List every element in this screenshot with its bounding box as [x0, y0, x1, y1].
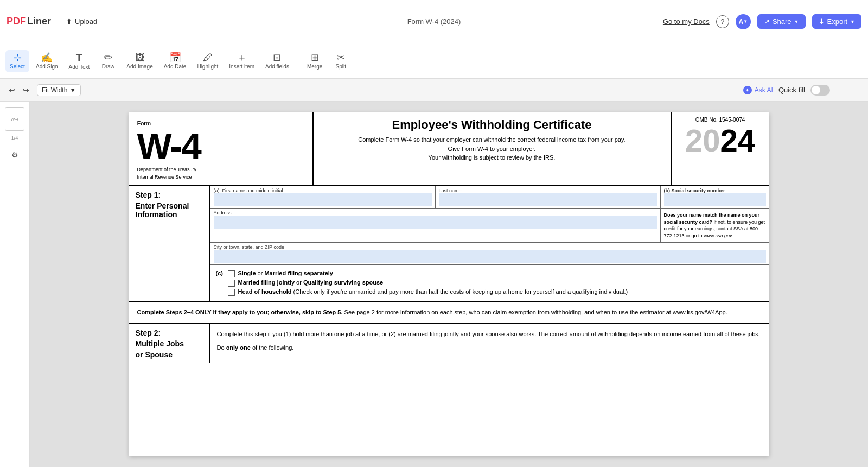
- address-label: Address: [214, 210, 657, 216]
- page-thumbnail-label: W-4: [11, 117, 19, 122]
- go-to-docs-link[interactable]: Go to my Docs: [663, 17, 710, 26]
- checkbox-married-jointly[interactable]: [228, 280, 235, 287]
- add-date-icon: 📅: [169, 53, 181, 62]
- address-cell: Address: [210, 209, 661, 242]
- checkbox2-text: Married filing jointly or Qualifying sur…: [238, 279, 384, 286]
- fname-input[interactable]: [214, 193, 432, 206]
- step1-title: Enter Personal Information: [136, 201, 203, 219]
- top-bar: PDFLiner ⬆ Upload Form W-4 (2024) Go to …: [0, 0, 868, 43]
- avatar-label: A: [739, 18, 744, 26]
- tool-add-text[interactable]: T Add Text: [65, 49, 94, 73]
- year-24: 24: [720, 123, 756, 158]
- tool-add-sign[interactable]: ✍ Add Sign: [31, 50, 62, 72]
- toolbar-separator: [298, 51, 298, 71]
- dept-line1: Department of the Treasury: [137, 167, 304, 172]
- undo-button[interactable]: ↩: [5, 84, 18, 97]
- step2-title-1: Multiple Jobs: [136, 339, 203, 348]
- export-button[interactable]: ⬇ Export ▼: [812, 14, 862, 29]
- export-chevron-icon: ▼: [850, 19, 855, 24]
- tool-insert-item[interactable]: ＋ Insert item: [225, 50, 259, 72]
- checkbox-single[interactable]: [228, 270, 235, 277]
- tool-add-date[interactable]: 📅 Add Date: [159, 50, 191, 72]
- form-subtitle-3: Your withholding is subject to review by…: [322, 153, 662, 162]
- main-content: Form W-4 Department of the Treasury Inte…: [30, 102, 868, 467]
- form-subtitle-1: Complete Form W-4 so that your employer …: [322, 135, 662, 144]
- name-row: (a) First name and middle initial Last n…: [210, 186, 769, 209]
- toolbar2: ↩ ↪ Fit Width ▼ ✦ Ask AI Quick fill: [0, 79, 868, 102]
- lname-label: Last name: [439, 188, 657, 193]
- select-icon: ⊹: [14, 53, 22, 62]
- step1-section: Step 1: Enter Personal Information (a) F…: [129, 186, 769, 301]
- add-image-icon: 🖼: [135, 53, 145, 62]
- tool-draw[interactable]: ✏ Draw: [96, 50, 120, 72]
- checkbox3-text: Head of household (Check only if you're …: [238, 288, 628, 295]
- form-number: W-4: [137, 128, 304, 165]
- step2-section: Step 2: Multiple Jobs or Spouse Complete…: [129, 324, 769, 363]
- form-header: Form W-4 Department of the Treasury Inte…: [129, 112, 769, 186]
- form-subtitle-2: Give Form W-4 to your employer.: [322, 144, 662, 154]
- tool-select[interactable]: ⊹ Select: [5, 50, 29, 72]
- draw-icon: ✏: [104, 53, 112, 62]
- form-header-left: Form W-4 Department of the Treasury Inte…: [129, 112, 314, 185]
- left-sidebar: W-4 1/4 ⚙: [0, 102, 30, 467]
- page-thumbnail[interactable]: W-4: [5, 107, 24, 131]
- sidebar-settings-button[interactable]: ⚙: [5, 145, 24, 165]
- fit-width-button[interactable]: Fit Width ▼: [37, 84, 81, 96]
- avatar-button[interactable]: A ▼: [736, 14, 751, 29]
- checkbox1-text: Single or Married filing separately: [238, 270, 333, 276]
- step2-desc-1: Complete this step if you (1) hold more …: [217, 330, 763, 339]
- ask-ai-icon: ✦: [743, 86, 752, 94]
- step2-label: Step 2: Multiple Jobs or Spouse: [129, 324, 210, 363]
- form-container: Form W-4 Department of the Treasury Inte…: [129, 112, 769, 456]
- form-header-center: Employee's Withholding Certificate Compl…: [314, 112, 672, 185]
- tool-split[interactable]: ✂ Split: [329, 50, 353, 72]
- year-display: 2024: [685, 125, 755, 156]
- city-cell: City or town, state, and ZIP code: [210, 243, 769, 264]
- filing-row: (c) Single or Married filing separately …: [210, 265, 769, 301]
- tool-merge[interactable]: ⊞ Merge: [303, 50, 327, 72]
- logo-liner: Liner: [27, 16, 51, 27]
- share-button[interactable]: ↗ Share ▼: [757, 14, 806, 29]
- logo-pdf: PDF: [7, 16, 26, 27]
- quick-fill-toggle[interactable]: [810, 85, 830, 96]
- app-logo: PDFLiner: [7, 16, 51, 27]
- checkbox-head-of-household[interactable]: [228, 289, 235, 296]
- filing-c-label: (c): [216, 270, 225, 276]
- city-input[interactable]: [214, 250, 766, 263]
- upload-button[interactable]: ⬆ Upload: [62, 15, 101, 28]
- checkbox-row-2: Married filing jointly or Qualifying sur…: [228, 279, 764, 287]
- info-section: Complete Steps 2–4 ONLY if they apply to…: [129, 302, 769, 323]
- tool-add-fields[interactable]: ⊡ Add fields: [261, 50, 293, 72]
- export-icon: ⬇: [819, 17, 825, 26]
- lname-cell: Last name: [436, 186, 661, 208]
- top-right-controls: Go to my Docs ? A ▼ ↗ Share ▼ ⬇ Export ▼: [663, 14, 861, 29]
- dept-line2: Internal Revenue Service: [137, 174, 304, 180]
- form-header-right: OMB No. 1545-0074 2024: [672, 112, 769, 185]
- step1-label: Step 1: Enter Personal Information: [129, 186, 210, 301]
- step2-content: Complete this step if you (1) hold more …: [210, 324, 769, 363]
- form-main-title: Employee's Withholding Certificate: [322, 118, 662, 132]
- ask-ai-button[interactable]: ✦ Ask AI: [743, 86, 773, 94]
- step2-number: Step 2:: [136, 329, 203, 337]
- fit-width-chevron-icon: ▼: [69, 86, 76, 94]
- share-icon: ↗: [764, 17, 770, 26]
- add-fields-icon: ⊡: [273, 53, 281, 62]
- tool-highlight[interactable]: 🖊 Highlight: [193, 50, 222, 72]
- step1-number: Step 1:: [136, 191, 203, 199]
- tool-add-image[interactable]: 🖼 Add Image: [122, 50, 157, 72]
- step2-desc-2: Do only one of the following.: [217, 343, 763, 353]
- fname-cell: (a) First name and middle initial: [210, 186, 436, 208]
- redo-button[interactable]: ↪: [20, 84, 33, 97]
- address-input[interactable]: [214, 216, 657, 229]
- omb-number: OMB No. 1545-0074: [695, 117, 745, 123]
- checkbox-row-3: Head of household (Check only if you're …: [228, 288, 764, 296]
- help-button[interactable]: ?: [716, 15, 729, 28]
- settings-icon: ⚙: [11, 150, 18, 159]
- chevron-down-icon: ▼: [743, 19, 748, 24]
- ssn-input[interactable]: [664, 193, 766, 206]
- lname-input[interactable]: [439, 193, 657, 206]
- step1-content: (a) First name and middle initial Last n…: [210, 186, 769, 301]
- toolbar: ⊹ Select ✍ Add Sign T Add Text ✏ Draw 🖼 …: [0, 43, 868, 79]
- address-row: Address Does your name match the name on…: [210, 209, 769, 243]
- step2-title-2: or Spouse: [136, 350, 203, 359]
